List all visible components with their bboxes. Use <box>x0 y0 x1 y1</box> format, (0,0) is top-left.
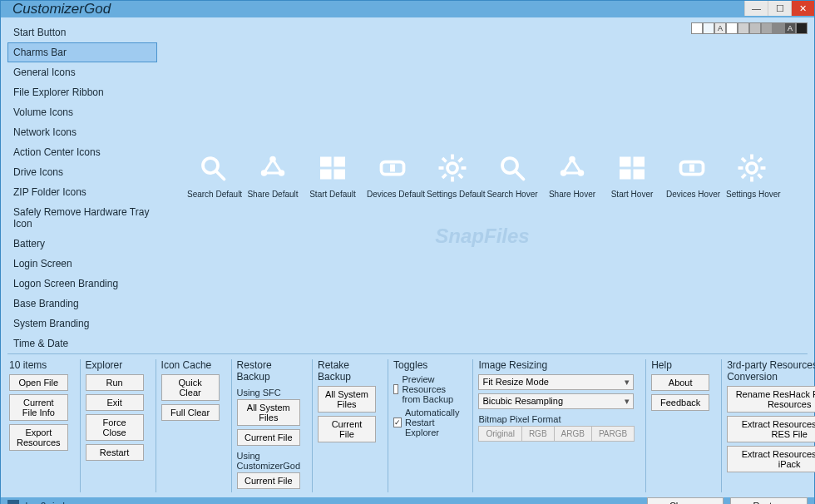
icon-item[interactable]: Search Default <box>187 151 239 199</box>
icon-item[interactable]: Devices Hover <box>666 151 718 199</box>
share-icon <box>556 151 589 185</box>
search-icon <box>496 151 529 185</box>
icon-label: Settings Default <box>427 190 478 199</box>
segment-option[interactable]: RGB <box>521 426 555 442</box>
button[interactable]: Quick Clear <box>161 374 220 401</box>
sidebar-item[interactable]: Time & Date <box>7 334 157 353</box>
icon-label: Search Default <box>187 190 239 199</box>
resize-mode-select[interactable]: Fit Resize Mode <box>478 374 634 390</box>
segment-option[interactable]: ARGB <box>554 426 592 442</box>
icon-item[interactable]: Settings Default <box>427 151 478 199</box>
icon-label: Start Hover <box>606 190 658 199</box>
sidebar-item[interactable]: Network Icons <box>7 122 157 142</box>
sidebar-item[interactable]: Drive Icons <box>7 162 157 182</box>
restore-button[interactable]: Restore <box>730 497 808 504</box>
sidebar-item[interactable]: Charms Bar <box>7 42 157 62</box>
content-area: Search DefaultShare DefaultStart Default… <box>157 22 808 353</box>
devices-icon <box>675 151 709 185</box>
button[interactable]: Restart <box>86 444 144 461</box>
minimize-button[interactable]: — <box>744 1 768 16</box>
button[interactable]: Rename ResHack RC File Resources <box>727 386 815 413</box>
settings-icon <box>735 151 768 185</box>
sidebar: Start ButtonCharms BarGeneral IconsFile … <box>7 22 157 353</box>
icon-label: Share Hover <box>546 190 598 199</box>
button[interactable]: All System Files <box>318 386 376 413</box>
button[interactable]: About <box>651 374 709 391</box>
group-resizing-title: Image Resizing <box>478 359 634 371</box>
button[interactable]: Extract Resources from iPack <box>727 446 815 472</box>
footer-link-text: door2windows.com <box>22 501 101 504</box>
button[interactable]: Feedback <box>651 394 709 411</box>
sidebar-item[interactable]: Volume Icons <box>7 102 157 122</box>
icon-item[interactable]: Start Hover <box>606 151 658 199</box>
button[interactable]: Exit <box>86 394 144 411</box>
icon-label: Devices Default <box>367 190 418 199</box>
footer-link-icon <box>7 500 19 504</box>
button[interactable]: Current File <box>237 472 300 489</box>
icon-label: Start Default <box>307 190 358 199</box>
start-icon <box>615 151 649 185</box>
checkbox[interactable]: ✓ <box>393 418 402 427</box>
sidebar-item[interactable]: Safely Remove Hardware Tray Icon <box>7 202 157 234</box>
icon-label: Devices Hover <box>666 190 718 199</box>
toggle-row[interactable]: ✓Automatically Restart Explorer <box>393 408 461 437</box>
footer-link[interactable]: door2windows.com <box>7 500 101 504</box>
sidebar-item[interactable]: File Explorer Ribbon <box>7 82 157 102</box>
button[interactable]: Current File <box>318 416 376 442</box>
icon-item[interactable]: Devices Default <box>367 151 418 199</box>
button[interactable]: Export Resources <box>9 424 68 451</box>
icon-label: Share Default <box>247 190 299 199</box>
sidebar-item[interactable]: Base Branding <box>7 294 157 314</box>
segment-option[interactable]: Original <box>478 426 521 442</box>
sidebar-item[interactable]: Login Screen <box>7 254 157 274</box>
toggle-label: Automatically Restart Explorer <box>405 408 461 437</box>
sidebar-item[interactable]: Logon Screen Branding <box>7 274 157 294</box>
sidebar-item[interactable]: Action Center Icons <box>7 142 157 162</box>
segment-option[interactable]: PARGB <box>591 426 635 442</box>
app-title: CustomizerGod <box>12 1 111 17</box>
toggle-row[interactable]: Preview Resources from Backup <box>393 374 461 404</box>
button[interactable]: Force Close <box>86 414 144 441</box>
button[interactable]: Run <box>86 374 144 391</box>
sidebar-item[interactable]: Battery <box>7 234 157 254</box>
group-conv-title: 3rd-party Resources Conversion <box>727 359 815 383</box>
bottom-panel: 10 items Open FileCurrent File InfoExpor… <box>7 353 808 497</box>
pixel-format-title: Bitmap Pixel Format <box>478 414 634 424</box>
share-icon <box>256 151 289 185</box>
footer: door2windows.com Change Restore <box>1 497 814 504</box>
button[interactable]: Extract Resources from RES File <box>727 416 815 442</box>
icon-label: Search Hover <box>487 190 538 199</box>
close-button[interactable]: ✕ <box>791 1 814 16</box>
icon-item[interactable]: Search Hover <box>487 151 538 199</box>
icon-item[interactable]: Settings Hover <box>726 151 778 199</box>
button[interactable]: Current File <box>237 429 300 446</box>
icon-label: Settings Hover <box>726 190 778 199</box>
settings-icon <box>436 151 469 185</box>
sidebar-item[interactable]: General Icons <box>7 62 157 82</box>
change-button[interactable]: Change <box>647 497 724 504</box>
icon-item[interactable]: Share Default <box>247 151 299 199</box>
group-restore-title: Restore Backup <box>237 359 300 383</box>
group-toggles-title: Toggles <box>393 359 461 371</box>
sidebar-item[interactable]: Start Button <box>7 22 157 42</box>
sidebar-item[interactable]: ZIP Folder Icons <box>7 182 157 202</box>
group-items-title: 10 items <box>9 359 68 371</box>
toggle-label: Preview Resources from Backup <box>402 374 461 404</box>
resample-select[interactable]: Bicubic Resampling <box>478 393 634 409</box>
devices-icon <box>376 151 409 185</box>
icon-row: Search DefaultShare DefaultStart Default… <box>157 151 808 199</box>
icon-item[interactable]: Start Default <box>307 151 358 199</box>
button[interactable]: Full Clear <box>161 404 220 421</box>
group-iconcache-title: Icon Cache <box>161 359 220 371</box>
checkbox[interactable] <box>393 384 398 394</box>
group-explorer-title: Explorer <box>86 359 144 371</box>
maximize-button[interactable]: ☐ <box>768 1 791 16</box>
icon-item[interactable]: Share Hover <box>546 151 598 199</box>
button[interactable]: All System Files <box>237 399 300 426</box>
watermark: SnapFiles <box>435 225 529 248</box>
button[interactable]: Open File <box>9 374 68 391</box>
titlebar: CustomizerGod — ☐ ✕ <box>1 1 814 17</box>
sidebar-item[interactable]: System Branding <box>7 314 157 334</box>
restore-cg-subtitle: Using CustomizerGod <box>237 451 300 471</box>
button[interactable]: Current File Info <box>9 394 68 421</box>
